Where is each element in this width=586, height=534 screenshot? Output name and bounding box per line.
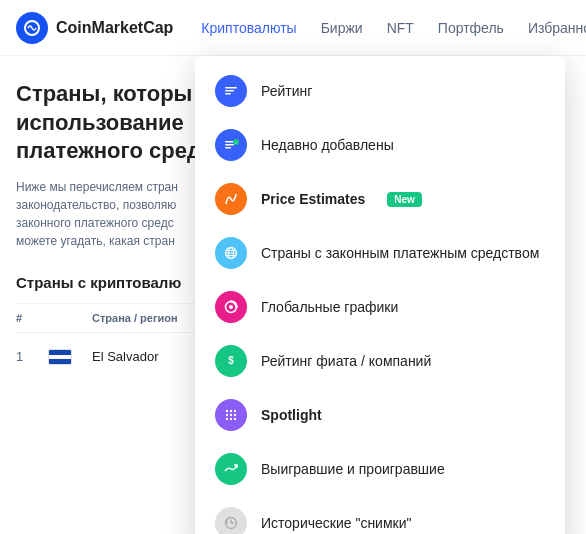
menu-label-legal-tender: Страны с законным платежным средством (261, 245, 539, 261)
svg-rect-5 (225, 144, 234, 146)
svg-rect-6 (225, 147, 231, 149)
page-description: Ниже мы перечисляем стран законодательст… (16, 178, 206, 250)
menu-label-spotlight: Spotlight (261, 407, 322, 423)
menu-label-rating: Рейтинг (261, 83, 312, 99)
svg-point-25 (234, 418, 236, 420)
fiat-rating-icon: $ (215, 345, 247, 377)
menu-label-global-charts: Глобальные графики (261, 299, 398, 315)
crypto-dropdown-menu: Рейтинг + Недавно добавлены Price Estima… (195, 56, 565, 534)
col-num: # (16, 312, 32, 324)
nav-item-portfolio[interactable]: Портфель (438, 20, 504, 36)
recently-added-icon: + (215, 129, 247, 161)
svg-point-19 (234, 410, 236, 412)
rating-icon (215, 75, 247, 107)
menu-label-recently-added: Недавно добавлены (261, 137, 394, 153)
menu-item-global-charts[interactable]: Глобальные графики (195, 280, 565, 334)
price-estimates-icon (215, 183, 247, 215)
new-badge: New (387, 192, 422, 207)
flag-el-salvador (48, 349, 72, 365)
menu-item-winners-losers[interactable]: Выигравшие и проигравшие (195, 442, 565, 496)
logo-text: CoinMarketCap (56, 19, 173, 37)
header: CoinMarketCap Криптовалюты Биржи NFT Пор… (0, 0, 586, 56)
menu-label-fiat-rating: Рейтинг фиата / компаний (261, 353, 431, 369)
nav-item-exchanges[interactable]: Биржи (321, 20, 363, 36)
table-row: 1 El Salvador (16, 341, 206, 373)
svg-point-15 (229, 305, 233, 309)
col-country: Страна / регион (92, 312, 206, 324)
row-num: 1 (16, 349, 32, 364)
svg-point-24 (230, 418, 232, 420)
svg-rect-1 (225, 87, 237, 89)
page-title: Страны, которы использование платежного … (16, 80, 206, 166)
menu-item-fiat-rating[interactable]: $ Рейтинг фиата / компаний (195, 334, 565, 388)
logo-icon (16, 12, 48, 44)
row-country: El Salvador (92, 349, 206, 364)
svg-rect-2 (225, 90, 234, 92)
svg-point-17 (226, 410, 228, 412)
menu-item-spotlight[interactable]: Spotlight (195, 388, 565, 442)
legal-tender-icon (215, 237, 247, 269)
menu-item-legal-tender[interactable]: Страны с законным платежным средством (195, 226, 565, 280)
menu-label-winners-losers: Выигравшие и проигравшие (261, 461, 445, 477)
menu-item-historical[interactable]: Исторические "снимки" (195, 496, 565, 534)
menu-item-price-estimates[interactable]: Price Estimates New (195, 172, 565, 226)
svg-point-18 (230, 410, 232, 412)
menu-item-recently-added[interactable]: + Недавно добавлены (195, 118, 565, 172)
svg-rect-3 (225, 93, 231, 95)
svg-point-23 (226, 418, 228, 420)
nav-item-nft[interactable]: NFT (387, 20, 414, 36)
svg-point-21 (230, 414, 232, 416)
spotlight-icon (215, 399, 247, 431)
menu-label-price-estimates: Price Estimates (261, 191, 365, 207)
menu-item-rating[interactable]: Рейтинг (195, 64, 565, 118)
menu-label-historical: Исторические "снимки" (261, 515, 411, 531)
row-flag (48, 349, 76, 365)
winners-losers-icon (215, 453, 247, 485)
section-title: Страны с криптовалю (16, 274, 206, 291)
historical-icon (215, 507, 247, 534)
nav-item-crypto[interactable]: Криптовалюты (201, 20, 296, 36)
global-charts-icon (215, 291, 247, 323)
logo[interactable]: CoinMarketCap (16, 12, 173, 44)
svg-text:$: $ (228, 355, 234, 366)
main-nav: Криптовалюты Биржи NFT Портфель Избранно… (201, 20, 586, 36)
svg-point-20 (226, 414, 228, 416)
nav-item-favorites[interactable]: Избранное (528, 20, 586, 36)
table-header: # Страна / регион (16, 303, 206, 333)
svg-point-22 (234, 414, 236, 416)
